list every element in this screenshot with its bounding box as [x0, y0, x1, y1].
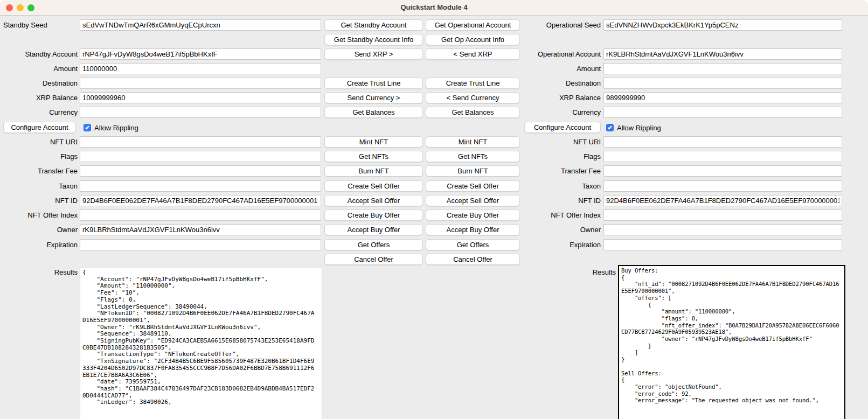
- operational-destination-label: Destination: [519, 78, 601, 89]
- standby-taxon-input[interactable]: [80, 180, 321, 192]
- standby-create-buy-offer-button[interactable]: Create Buy Offer: [324, 210, 423, 221]
- operational-currency-label: Currency: [519, 107, 601, 118]
- operational-nft-uri-input[interactable]: [603, 136, 842, 148]
- standby-get-balances-button[interactable]: Get Balances: [324, 107, 423, 118]
- operational-nft-offer-index-input[interactable]: [603, 210, 842, 221]
- send-xrp-right-button[interactable]: Send XRP >: [324, 48, 423, 60]
- operational-transfer-fee-input[interactable]: [603, 165, 842, 177]
- operational-flags-label: Flags: [519, 151, 601, 162]
- operational-results-label: Results: [519, 267, 616, 278]
- operational-xrp-balance-label: XRP Balance: [519, 92, 601, 103]
- operational-account-input[interactable]: [603, 48, 842, 60]
- standby-xrp-balance-label: XRP Balance: [3, 92, 78, 103]
- operational-create-trust-line-button[interactable]: Create Trust Line: [426, 78, 520, 89]
- standby-transfer-fee-label: Transfer Fee: [3, 165, 78, 177]
- operational-allow-rippling-checkbox[interactable]: ✔ Allow Rippling: [606, 123, 661, 132]
- operational-nft-offer-index-label: NFT Offer Index: [519, 210, 601, 221]
- standby-get-nfts-button[interactable]: Get NFTs: [324, 151, 423, 162]
- checkmark-icon: ✔: [606, 124, 614, 131]
- operational-taxon-label: Taxon: [519, 180, 601, 192]
- standby-destination-label: Destination: [3, 78, 78, 89]
- window-title: Quickstart Module 4: [0, 0, 868, 15]
- title-bar: Quickstart Module 4: [0, 0, 868, 16]
- send-xrp-left-button[interactable]: < Send XRP: [426, 48, 520, 60]
- operational-owner-label: Owner: [519, 224, 601, 235]
- standby-nft-offer-index-label: NFT Offer Index: [3, 210, 78, 221]
- standby-nft-id-label: NFT ID: [3, 195, 78, 206]
- standby-amount-label: Amount: [3, 63, 78, 74]
- standby-burn-nft-button[interactable]: Burn NFT: [324, 165, 423, 177]
- standby-nft-uri-input[interactable]: [80, 136, 321, 148]
- close-window-icon[interactable]: [6, 4, 13, 11]
- standby-currency-label: Currency: [3, 107, 78, 118]
- operational-nft-id-label: NFT ID: [519, 195, 601, 206]
- standby-owner-label: Owner: [3, 224, 78, 235]
- operational-expiration-input[interactable]: [603, 239, 842, 250]
- operational-seed-label: Operational Seed: [519, 19, 601, 31]
- standby-owner-input[interactable]: [80, 224, 321, 235]
- operational-accept-buy-offer-button[interactable]: Accept Buy Offer: [426, 224, 520, 235]
- standby-currency-input[interactable]: [80, 107, 321, 118]
- standby-flags-label: Flags: [3, 151, 78, 162]
- operational-xrp-balance-input[interactable]: [603, 92, 842, 103]
- operational-transfer-fee-label: Transfer Fee: [519, 165, 601, 177]
- standby-nft-uri-label: NFT URI: [3, 136, 78, 148]
- standby-seed-input[interactable]: [80, 19, 321, 31]
- operational-get-balances-button[interactable]: Get Balances: [426, 107, 520, 118]
- operational-results-text: Buy Offers: { "nft_id": "0008271092D4B6F…: [619, 266, 844, 405]
- operational-get-offers-button[interactable]: Get Offers: [426, 239, 520, 250]
- get-standby-account-info-button[interactable]: Get Standby Account Info: [324, 34, 423, 45]
- get-operational-account-button[interactable]: Get Operational Account: [426, 19, 520, 31]
- standby-get-offers-button[interactable]: Get Offers: [324, 239, 423, 250]
- operational-amount-input[interactable]: [603, 63, 842, 74]
- standby-expiration-input[interactable]: [80, 239, 321, 250]
- standby-allow-rippling-label: Allow Rippling: [94, 124, 138, 132]
- standby-amount-input[interactable]: [80, 63, 321, 74]
- operational-get-nfts-button[interactable]: Get NFTs: [426, 151, 520, 162]
- send-currency-right-button[interactable]: Send Currency >: [324, 92, 423, 103]
- operational-flags-input[interactable]: [603, 151, 842, 162]
- standby-create-sell-offer-button[interactable]: Create Sell Offer: [324, 180, 423, 192]
- operational-seed-input[interactable]: [603, 19, 842, 31]
- operational-accept-sell-offer-button[interactable]: Accept Sell Offer: [426, 195, 520, 206]
- standby-transfer-fee-input[interactable]: [80, 165, 321, 177]
- operational-cancel-offer-button[interactable]: Cancel Offer: [426, 254, 520, 265]
- standby-nft-offer-index-input[interactable]: [80, 210, 321, 221]
- get-standby-account-button[interactable]: Get Standby Account: [324, 19, 423, 31]
- standby-accept-buy-offer-button[interactable]: Accept Buy Offer: [324, 224, 423, 235]
- operational-taxon-input[interactable]: [603, 180, 842, 192]
- standby-mint-nft-button[interactable]: Mint NFT: [324, 136, 423, 148]
- standby-taxon-label: Taxon: [3, 180, 78, 192]
- checkmark-icon: ✔: [84, 124, 91, 131]
- operational-amount-label: Amount: [519, 63, 601, 74]
- operational-results-textarea[interactable]: Buy Offers: { "nft_id": "0008271092D4B6F…: [618, 265, 845, 419]
- standby-cancel-offer-button[interactable]: Cancel Offer: [324, 254, 423, 265]
- standby-results-label: Results: [3, 267, 78, 278]
- standby-create-trust-line-button[interactable]: Create Trust Line: [324, 78, 423, 89]
- operational-allow-rippling-label: Allow Rippling: [617, 124, 661, 132]
- standby-configure-account-button[interactable]: Configure Account: [3, 122, 76, 133]
- operational-create-buy-offer-button[interactable]: Create Buy Offer: [426, 210, 520, 221]
- send-currency-left-button[interactable]: < Send Currency: [426, 92, 520, 103]
- standby-expiration-label: Expiration: [3, 239, 78, 250]
- standby-xrp-balance-input[interactable]: [80, 92, 321, 103]
- operational-create-sell-offer-button[interactable]: Create Sell Offer: [426, 180, 520, 192]
- standby-allow-rippling-checkbox[interactable]: ✔ Allow Rippling: [84, 123, 138, 132]
- standby-flags-input[interactable]: [80, 151, 321, 162]
- operational-mint-nft-button[interactable]: Mint NFT: [426, 136, 520, 148]
- standby-accept-sell-offer-button[interactable]: Accept Sell Offer: [324, 195, 423, 206]
- standby-nft-id-input[interactable]: [80, 195, 321, 206]
- operational-currency-input[interactable]: [603, 107, 842, 118]
- operational-burn-nft-button[interactable]: Burn NFT: [426, 165, 520, 177]
- zoom-window-icon[interactable]: [27, 4, 34, 11]
- operational-owner-input[interactable]: [603, 224, 842, 235]
- operational-account-label: Operational Account: [519, 48, 601, 60]
- get-op-account-info-button[interactable]: Get Op Account Info: [426, 34, 520, 45]
- operational-destination-input[interactable]: [603, 78, 842, 89]
- standby-results-textarea[interactable]: { "Account": "rNP47gJFvDyW8gsDo4weB17if5…: [80, 268, 322, 419]
- operational-nft-id-input[interactable]: [603, 195, 842, 206]
- operational-configure-account-button[interactable]: Configure Account: [524, 122, 601, 133]
- minimize-window-icon[interactable]: [17, 4, 24, 11]
- standby-account-input[interactable]: [80, 48, 321, 60]
- standby-destination-input[interactable]: [80, 78, 321, 89]
